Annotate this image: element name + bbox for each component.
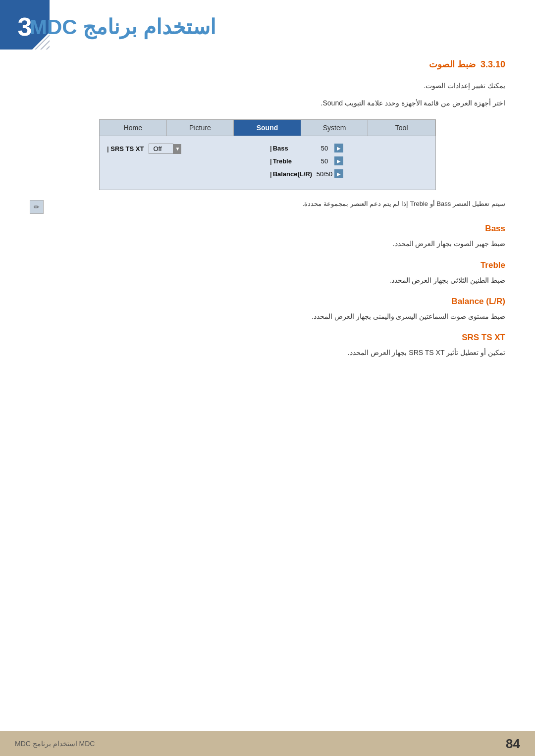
srs-dropdown-arrow[interactable]: ▼ bbox=[173, 144, 181, 154]
footer-label: MDC استخدام برنامج MDC bbox=[15, 740, 95, 748]
balance-label: Balance(L/R) bbox=[270, 170, 315, 178]
treble-row: Treble 50 ▶ bbox=[270, 156, 428, 165]
panel-content: Bass 50 ▶ Treble 50 ▶ Balance(L/R) 50/50… bbox=[100, 136, 435, 190]
sections-container: Bass ضبط جهير الصوت بجهاز العرض المحدد. … bbox=[30, 224, 505, 359]
srs-dropdown[interactable]: Off ▼ bbox=[149, 144, 181, 154]
tab-tool[interactable]: Tool bbox=[368, 120, 435, 136]
treble-heading: Treble bbox=[30, 260, 505, 270]
srs-heading: SRS TS XT bbox=[30, 333, 505, 343]
bass-body: ضبط جهير الصوت بجهاز العرض المحدد. bbox=[30, 238, 505, 250]
note-text: سيتم تعطيل العنصر Bass أو Treble إذا لم … bbox=[49, 200, 505, 207]
bass-value: 50 bbox=[315, 145, 334, 152]
srs-row: | SRS TS XT Off ▼ bbox=[107, 144, 265, 154]
description-1: يمكنك تغيير إعدادات الصوت. bbox=[30, 80, 505, 92]
bass-row: Bass 50 ▶ bbox=[270, 144, 428, 152]
tab-sound[interactable]: Sound bbox=[234, 120, 301, 136]
footer: 84 MDC استخدام برنامج MDC bbox=[0, 731, 535, 756]
bass-label: Bass bbox=[270, 145, 315, 152]
balance-row: Balance(L/R) 50/50 ▶ bbox=[270, 169, 428, 178]
ui-panel: Home Picture Sound System Tool Bass 50 ▶… bbox=[99, 119, 436, 190]
treble-value: 50 bbox=[315, 157, 334, 165]
treble-arrow[interactable]: ▶ bbox=[334, 156, 343, 165]
main-content: 3.3.10 ضبط الصوت يمكنك تغيير إعدادات الص… bbox=[0, 49, 535, 394]
bass-arrow[interactable]: ▶ bbox=[334, 144, 343, 152]
balance-arrow[interactable]: ▶ bbox=[334, 169, 343, 178]
srs-label: | SRS TS XT bbox=[107, 145, 144, 152]
srs-value: Off bbox=[149, 144, 173, 154]
treble-label: Treble bbox=[270, 157, 315, 165]
balance-heading: Balance (L/R) bbox=[30, 297, 505, 306]
section-header: 3.3.10 ضبط الصوت bbox=[30, 59, 505, 70]
chapter-title: استخدام برنامج MDC bbox=[30, 15, 216, 39]
bass-heading: Bass bbox=[30, 224, 505, 234]
srs-body: تمكين أو تعطيل تأثير SRS TS XT بجهاز الع… bbox=[30, 347, 505, 359]
note-section: سيتم تعطيل العنصر Bass أو Treble إذا لم … bbox=[30, 200, 505, 214]
left-controls: Bass 50 ▶ Treble 50 ▶ Balance(L/R) 50/50… bbox=[268, 141, 430, 185]
right-controls: | SRS TS XT Off ▼ bbox=[105, 141, 268, 185]
section-title: ضبط الصوت bbox=[429, 59, 476, 69]
treble-body: ضبط الطنين الثلاثي بجهاز العرض المحدد. bbox=[30, 274, 505, 287]
note-icon: ✏ bbox=[30, 200, 44, 214]
section-number: 3.3.10 ضبط الصوت bbox=[429, 59, 505, 69]
balance-value: 50/50 bbox=[315, 170, 334, 178]
tab-bar: Home Picture Sound System Tool bbox=[100, 120, 435, 136]
description-2: اختر أجهزة العرض من قائمة الأجهزة وحدد ع… bbox=[30, 97, 505, 109]
page-header: استخدام برنامج MDC bbox=[0, 0, 535, 49]
tab-home[interactable]: Home bbox=[100, 120, 167, 136]
tab-system[interactable]: System bbox=[301, 120, 369, 136]
balance-body: ضبط مستوى صوت السماعتين اليسرى واليمنى ب… bbox=[30, 310, 505, 323]
tab-picture[interactable]: Picture bbox=[167, 120, 234, 136]
footer-page-number: 84 bbox=[506, 736, 520, 752]
